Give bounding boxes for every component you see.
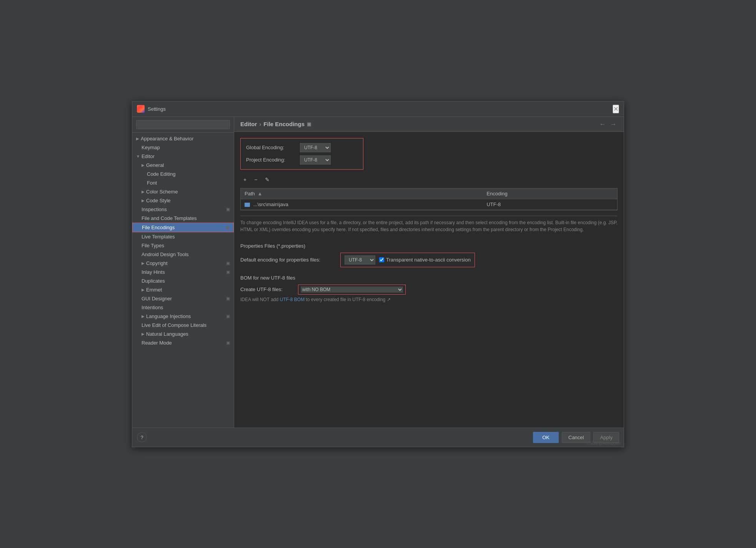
sidebar-item-file-encodings[interactable]: File Encodings ▣ — [132, 223, 234, 232]
search-input[interactable] — [136, 120, 230, 129]
properties-encoding-row: Default encoding for properties files: U… — [240, 253, 618, 267]
sidebar-item-live-templates[interactable]: Live Templates — [132, 232, 234, 241]
chevron-right-icon-general: ▶ — [142, 163, 145, 167]
properties-encoding-select[interactable]: UTF-8 — [345, 255, 375, 265]
window-title: Settings — [148, 106, 166, 112]
chevron-right-icon: ▶ — [136, 137, 139, 141]
sidebar-item-gui-designer[interactable]: GUI Designer ▣ — [132, 294, 234, 303]
keymap-label: Keymap — [142, 145, 160, 150]
description-text: To change encoding IntelliJ IDEA uses fo… — [240, 216, 618, 236]
help-button[interactable]: ? — [137, 432, 147, 442]
sidebar-item-code-style[interactable]: ▶ Code Style — [132, 196, 234, 205]
settings-icon-gui: ▣ — [226, 296, 230, 301]
settings-icon-header: ▣ — [307, 122, 311, 127]
chevron-right-icon-copyright: ▶ — [142, 261, 145, 265]
column-header-path: Path ▲ — [241, 188, 483, 199]
sidebar-item-natural-languages[interactable]: ▶ Natural Languages — [132, 330, 234, 338]
bom-note: IDEA will NOT add UTF-8 BOM to every cre… — [240, 297, 618, 302]
chevron-right-icon-natural: ▶ — [142, 332, 145, 336]
settings-icon-file-encodings: ▣ — [226, 225, 230, 230]
properties-encoding-label: Default encoding for properties files: — [240, 257, 336, 263]
settings-icon-lang: ▣ — [226, 314, 230, 319]
transparent-conversion-label: Transparent native-to-ascii conversion — [386, 257, 471, 263]
toolbar: + − ✎ — [240, 175, 618, 184]
encoding-table: Path ▲ Encoding ...\src\main\java — [241, 188, 617, 210]
sidebar: ▶ Appearance & Behavior Keymap ▼ Editor … — [132, 117, 234, 428]
properties-section: Properties Files (*.properties) Default … — [240, 243, 618, 267]
settings-icon-inspections: ▣ — [226, 207, 230, 212]
sidebar-item-code-editing[interactable]: Code Editing — [132, 170, 234, 178]
sidebar-item-color-scheme[interactable]: ▶ Color Scheme — [132, 187, 234, 196]
main-content: Global Encoding: UTF-8 Project Encoding:… — [234, 132, 624, 428]
project-encoding-label: Project Encoding: — [246, 157, 300, 163]
sidebar-item-reader-mode[interactable]: Reader Mode ▣ — [132, 338, 234, 347]
main-header: Editor › File Encodings ▣ ← → — [234, 117, 624, 132]
path-cell: ...\src\main\java — [241, 199, 483, 210]
properties-control-box: UTF-8 Transparent native-to-ascii conver… — [340, 253, 475, 267]
transparent-conversion-group: Transparent native-to-ascii conversion — [379, 257, 471, 263]
sidebar-item-font[interactable]: Font — [132, 178, 234, 187]
add-button[interactable]: + — [240, 175, 250, 184]
bom-section-title: BOM for new UTF-8 files — [240, 275, 618, 281]
nav-back-button[interactable]: ← — [598, 121, 607, 128]
sidebar-item-editor[interactable]: ▼ Editor — [132, 152, 234, 161]
project-encoding-select[interactable]: UTF-8 — [300, 155, 331, 165]
sidebar-item-android-design-tools[interactable]: Android Design Tools — [132, 250, 234, 259]
bom-row: Create UTF-8 files: with NO BOM with BOM — [240, 285, 618, 295]
close-button[interactable]: ✕ — [613, 105, 619, 113]
nav-forward-button[interactable]: → — [609, 121, 618, 128]
encoding-cell: UTF-8 — [483, 199, 617, 210]
table-header-row: Path ▲ Encoding — [241, 188, 617, 199]
breadcrumb: Editor › File Encodings ▣ — [240, 121, 311, 127]
settings-icon-inlay: ▣ — [226, 270, 230, 275]
project-encoding-row: Project Encoding: UTF-8 — [246, 155, 358, 165]
remove-button[interactable]: − — [251, 175, 260, 184]
sidebar-tree: ▶ Appearance & Behavior Keymap ▼ Editor … — [132, 133, 234, 428]
bom-section: BOM for new UTF-8 files Create UTF-8 fil… — [240, 275, 618, 302]
chevron-right-icon-color: ▶ — [142, 190, 145, 194]
watermark: CSDN @Aesopcme — [586, 441, 621, 445]
settings-icon-copyright: ▣ — [226, 261, 230, 266]
breadcrumb-separator: › — [259, 121, 261, 127]
chevron-right-icon-lang: ▶ — [142, 314, 145, 318]
sidebar-item-language-injections[interactable]: ▶ Language Injections ▣ — [132, 312, 234, 321]
sidebar-item-inspections[interactable]: Inspections ▣ — [132, 205, 234, 214]
chevron-right-icon-emmet: ▶ — [142, 288, 145, 292]
chevron-right-icon-codestyle: ▶ — [142, 198, 145, 203]
sidebar-item-live-edit-compose[interactable]: Live Edit of Compose Literals — [132, 321, 234, 330]
sidebar-item-copyright[interactable]: ▶ Copyright ▣ — [132, 259, 234, 268]
sidebar-item-general[interactable]: ▶ General — [132, 161, 234, 170]
bom-select-box: with NO BOM with BOM — [298, 285, 406, 295]
global-encoding-select[interactable]: UTF-8 — [300, 143, 331, 152]
encoding-table-container: Path ▲ Encoding ...\src\main\java — [240, 188, 618, 210]
column-header-encoding: Encoding — [483, 188, 617, 199]
sidebar-item-file-code-templates[interactable]: File and Code Templates — [132, 214, 234, 223]
utf8-bom-link[interactable]: UTF-8 BOM — [280, 297, 305, 302]
app-icon — [137, 105, 145, 113]
edit-button[interactable]: ✎ — [262, 175, 273, 184]
search-box — [132, 117, 234, 133]
sidebar-item-duplicates[interactable]: Duplicates — [132, 276, 234, 285]
encoding-box: Global Encoding: UTF-8 Project Encoding:… — [240, 138, 363, 170]
transparent-conversion-checkbox[interactable] — [379, 257, 384, 262]
bom-select[interactable]: with NO BOM with BOM — [301, 286, 403, 293]
bottom-bar: ? OK Cancel Apply — [132, 428, 624, 447]
sidebar-item-appearance[interactable]: ▶ Appearance & Behavior — [132, 134, 234, 143]
sort-arrow-icon: ▲ — [257, 191, 262, 197]
cancel-button[interactable]: Cancel — [562, 432, 590, 443]
title-bar: Settings ✕ — [132, 102, 624, 117]
breadcrumb-current: File Encodings — [263, 121, 305, 127]
global-encoding-row: Global Encoding: UTF-8 — [246, 143, 358, 152]
folder-icon — [245, 203, 250, 207]
sidebar-item-intentions[interactable]: Intentions — [132, 303, 234, 312]
breadcrumb-parent: Editor — [240, 121, 257, 127]
properties-section-title: Properties Files (*.properties) — [240, 243, 618, 249]
sidebar-item-emmet[interactable]: ▶ Emmet — [132, 285, 234, 294]
settings-icon-reader: ▣ — [226, 340, 230, 345]
global-encoding-label: Global Encoding: — [246, 145, 300, 150]
ok-button[interactable]: OK — [533, 432, 559, 443]
sidebar-item-keymap[interactable]: Keymap — [132, 143, 234, 152]
table-row[interactable]: ...\src\main\java UTF-8 — [241, 199, 617, 210]
sidebar-item-inlay-hints[interactable]: Inlay Hints ▣ — [132, 268, 234, 276]
sidebar-item-file-types[interactable]: File Types — [132, 241, 234, 250]
